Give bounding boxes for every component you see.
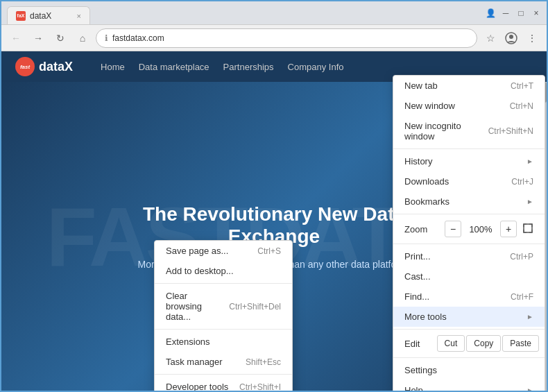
menu-help[interactable]: Help ► <box>393 380 545 391</box>
title-bar: faX dataX × 👤 ─ □ × <box>1 1 547 25</box>
more-tools-submenu[interactable]: Save page as... Ctrl+S Add to desktop...… <box>154 240 293 391</box>
menu-find[interactable]: Find... Ctrl+F <box>393 287 545 307</box>
tab-area: faX dataX × <box>7 1 481 24</box>
nav-company-info[interactable]: Company Info <box>288 62 344 72</box>
menu-new-tab[interactable]: New tab Ctrl+T <box>393 76 545 96</box>
browser-toolbar: ← → ↻ ⌂ ℹ fastdatax.com ☆ ⋮ <box>1 25 547 51</box>
tab-close-button[interactable]: × <box>77 12 81 20</box>
sub-menu-divider-1 <box>155 283 292 284</box>
zoom-fullscreen-button[interactable] <box>522 223 533 236</box>
zoom-plus-button[interactable]: + <box>500 221 517 237</box>
address-bar[interactable]: ℹ fastdatax.com <box>96 28 477 48</box>
nav-partnerships[interactable]: Partnerships <box>223 62 274 72</box>
menu-settings[interactable]: Settings <box>393 360 545 380</box>
menu-new-window[interactable]: New window Ctrl+N <box>393 96 545 116</box>
back-button[interactable]: ← <box>7 29 25 47</box>
submenu-add-to-desktop[interactable]: Add to desktop... <box>155 261 292 281</box>
menu-divider-4 <box>393 329 545 330</box>
tab-favicon: faX <box>16 11 26 21</box>
nav-home[interactable]: Home <box>101 62 125 72</box>
tab-title: dataX <box>30 11 51 21</box>
browser-window: faX dataX × 👤 ─ □ × ← → ↻ ⌂ ℹ fastdatax.… <box>0 0 548 392</box>
menu-divider-1 <box>393 148 545 149</box>
bookmark-button[interactable]: ☆ <box>481 29 499 47</box>
website-content: fast dataX Home Data marketplace Partner… <box>1 51 547 391</box>
lock-icon: ℹ <box>105 33 108 43</box>
paste-button[interactable]: Paste <box>502 335 539 352</box>
copy-button[interactable]: Copy <box>466 335 501 352</box>
logo-icon: fast <box>15 57 35 76</box>
menu-more-tools[interactable]: More tools ► <box>393 307 545 327</box>
zoom-minus-button[interactable]: − <box>445 221 461 237</box>
chrome-dropdown-menu[interactable]: New tab Ctrl+T New window Ctrl+N New inc… <box>393 75 545 391</box>
home-button[interactable]: ⌂ <box>74 29 92 47</box>
submenu-clear-browsing[interactable]: Clear browsing data... Ctrl+Shift+Del <box>155 286 292 327</box>
submenu-extensions[interactable]: Extensions <box>155 332 292 352</box>
menu-edit-row: Edit Cut Copy Paste <box>393 332 545 355</box>
window-controls: 👤 ─ □ × <box>486 8 541 18</box>
submenu-developer-tools[interactable]: Developer tools Ctrl+Shift+I <box>155 377 292 391</box>
forward-button[interactable]: → <box>29 29 47 47</box>
menu-zoom-row: Zoom − 100% + <box>393 216 545 241</box>
menu-downloads[interactable]: Downloads Ctrl+J <box>393 171 545 191</box>
menu-print[interactable]: Print... Ctrl+P <box>393 246 545 266</box>
reload-button[interactable]: ↻ <box>51 29 69 47</box>
submenu-task-manager[interactable]: Task manager Shift+Esc <box>155 352 292 372</box>
toolbar-right: ☆ ⋮ <box>481 29 541 47</box>
menu-divider-2 <box>393 214 545 214</box>
menu-new-incognito[interactable]: New incognito window Ctrl+Shift+N <box>393 116 545 146</box>
zoom-value: 100% <box>467 224 495 235</box>
maximize-button[interactable]: □ <box>516 8 526 18</box>
menu-cast[interactable]: Cast... <box>393 266 545 287</box>
browser-tab[interactable]: faX dataX × <box>7 6 90 24</box>
nav-data-marketplace[interactable]: Data marketplace <box>139 62 209 72</box>
nav-links: Home Data marketplace Partnerships Compa… <box>101 62 344 72</box>
account-icon[interactable]: 👤 <box>486 8 495 18</box>
sub-menu-divider-3 <box>155 374 292 375</box>
account-circle[interactable] <box>502 29 520 47</box>
menu-divider-3 <box>393 244 545 244</box>
site-logo: fast dataX <box>15 57 73 76</box>
menu-history[interactable]: History ► <box>393 151 545 171</box>
svg-point-1 <box>509 35 513 39</box>
submenu-save-page[interactable]: Save page as... Ctrl+S <box>155 241 292 261</box>
menu-bookmarks[interactable]: Bookmarks ► <box>393 191 545 212</box>
minimize-button[interactable]: ─ <box>501 8 511 18</box>
chrome-menu-button[interactable]: ⋮ <box>523 29 541 47</box>
cut-button[interactable]: Cut <box>437 335 465 352</box>
logo-text: dataX <box>39 60 73 74</box>
close-button[interactable]: × <box>531 8 541 18</box>
menu-divider-5 <box>393 357 545 358</box>
sub-menu-divider-2 <box>155 329 292 330</box>
address-text: fastdatax.com <box>112 33 468 43</box>
